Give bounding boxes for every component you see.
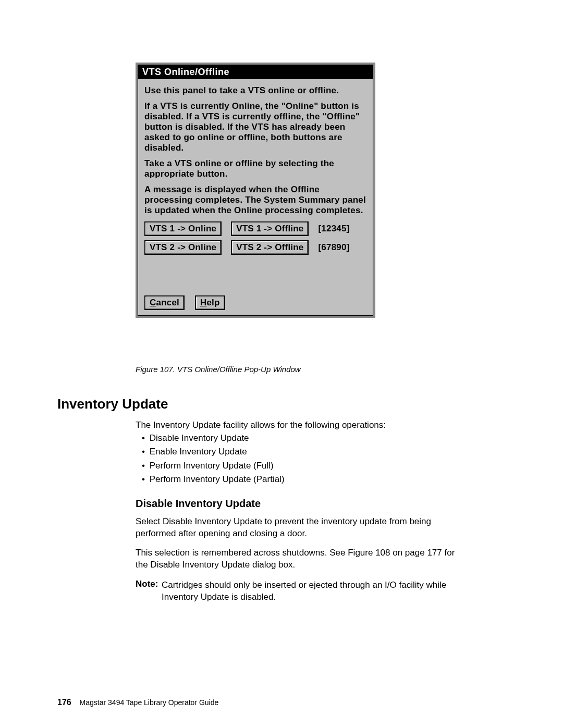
section-heading-inventory-update: Inventory Update <box>57 396 168 412</box>
figure-caption: Figure 107. VTS Online/Offline Pop-Up Wi… <box>136 365 301 374</box>
bullet-item: Perform Inventory Update (Partial) <box>136 473 469 486</box>
dialog-bottom-buttons: Cancel Help <box>144 295 366 310</box>
dialog-paragraph: Use this panel to take a VTS online or o… <box>144 85 366 96</box>
paragraph: Select Disable Inventory Update to preve… <box>136 516 469 540</box>
dialog-title-bar: VTS Online/Offline <box>138 65 373 79</box>
bullet-list: Disable Inventory Update Enable Inventor… <box>136 431 469 486</box>
vts-dialog-inner: VTS Online/Offline Use this panel to tak… <box>138 65 373 316</box>
vts1-offline-button[interactable]: VTS 1 -> Offline <box>231 221 309 236</box>
vts1-row: VTS 1 -> Online VTS 1 -> Offline [12345] <box>144 221 366 236</box>
dialog-body: Use this panel to take a VTS online or o… <box>138 79 373 315</box>
note-text: Cartridges should only be inserted or ej… <box>136 579 469 603</box>
vts1-code-label: [12345] <box>318 224 349 234</box>
bullet-item: Enable Inventory Update <box>136 445 469 459</box>
document-page: VTS Online/Offline Use this panel to tak… <box>0 0 563 728</box>
vts2-code-label: [67890] <box>318 242 349 253</box>
dialog-paragraph: A message is displayed when the Offline … <box>144 184 366 216</box>
vts1-online-button[interactable]: VTS 1 -> Online <box>144 221 222 236</box>
help-button[interactable]: Help <box>195 295 225 310</box>
vts2-offline-button[interactable]: VTS 2 -> Offline <box>231 240 309 255</box>
vts2-online-button[interactable]: VTS 2 -> Online <box>144 240 222 255</box>
bullet-item: Disable Inventory Update <box>136 431 469 445</box>
paragraph: This selection is remembered across shut… <box>136 547 469 571</box>
bullet-item: Perform Inventory Update (Full) <box>136 459 469 473</box>
vts2-row: VTS 2 -> Online VTS 2 -> Offline [67890] <box>144 240 366 255</box>
dialog-paragraph: If a VTS is currently Online, the "Onlin… <box>144 101 366 153</box>
page-number: 176 <box>57 698 71 707</box>
vts-dialog-window: VTS Online/Offline Use this panel to tak… <box>136 63 375 318</box>
dialog-spacer <box>144 259 366 290</box>
cancel-button[interactable]: Cancel <box>144 295 185 310</box>
note-block: Note: Cartridges should only be inserted… <box>136 578 469 603</box>
intro-text: The Inventory Update facility allows for… <box>136 419 469 431</box>
page-footer: 176 Magstar 3494 Tape Library Operator G… <box>57 698 218 707</box>
footer-title: Magstar 3494 Tape Library Operator Guide <box>80 698 219 707</box>
subheading-disable-inventory-update: Disable Inventory Update <box>136 498 261 510</box>
note-label: Note: <box>136 579 158 589</box>
dialog-paragraph: Take a VTS online or offline by selectin… <box>144 158 366 179</box>
